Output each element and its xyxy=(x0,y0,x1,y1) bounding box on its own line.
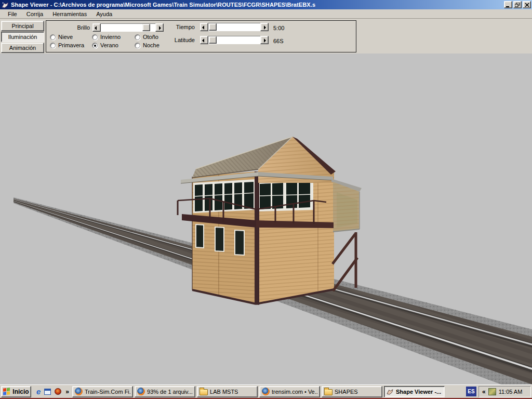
radio-otono[interactable]: Otoño xyxy=(135,34,158,40)
brightness-track[interactable] xyxy=(101,23,155,32)
clock: 11:05 AM xyxy=(499,389,523,395)
task-train-sim[interactable]: Train-Sim.Com Fi... xyxy=(72,386,133,397)
radio-label: Primavera xyxy=(58,42,84,48)
latitude-label: Latitude xyxy=(166,37,195,43)
firefox-icon xyxy=(137,388,145,395)
shape-viewer-icon xyxy=(387,388,394,395)
brightness-right-arrow[interactable] xyxy=(155,23,164,32)
task-shape-viewer[interactable]: Shape Viewer -... xyxy=(384,386,445,397)
quick-launch-overflow-chevron[interactable]: » xyxy=(65,388,69,395)
menu-ayuda[interactable]: Ayuda xyxy=(91,10,117,18)
task-label: Train-Sim.Com Fi... xyxy=(85,389,130,395)
firefox-icon xyxy=(75,388,83,395)
menu-file[interactable]: File xyxy=(3,10,22,18)
radio-label: Otoño xyxy=(143,34,158,40)
menu-corrija[interactable]: Corrija xyxy=(22,10,48,18)
folder-icon xyxy=(324,389,332,395)
tab-principal[interactable]: Principal xyxy=(1,21,44,31)
close-button[interactable] xyxy=(523,1,531,8)
menu-herramientas[interactable]: Herramientas xyxy=(48,10,91,18)
app-icon xyxy=(2,1,9,8)
task-label: Shape Viewer -... xyxy=(396,389,441,395)
start-label: Inicio xyxy=(12,388,29,395)
scene-signal-box xyxy=(0,54,532,384)
latitude-track[interactable] xyxy=(208,36,260,44)
radio-label: Nieve xyxy=(58,34,73,40)
start-button[interactable]: Inicio xyxy=(1,386,31,397)
radio-circle[interactable] xyxy=(50,43,56,48)
task-shapes-folder[interactable]: SHAPES xyxy=(322,386,382,397)
toolbar: Principal Iluminación Animación Brillo N… xyxy=(0,19,532,54)
menu-bar: File Corrija Herramientas Ayuda xyxy=(0,9,532,19)
shape-viewer-window: Shape Viewer - C:\Archivos de programa\M… xyxy=(0,0,532,399)
radio-circle[interactable] xyxy=(50,34,56,40)
task-label: trensim.com • Ve... xyxy=(272,389,317,395)
task-label: SHAPES xyxy=(335,389,358,395)
brightness-slider[interactable] xyxy=(92,23,164,32)
tray-app-icon[interactable] xyxy=(488,388,496,395)
task-label: LAB MSTS xyxy=(210,389,238,395)
brightness-label: Brillo xyxy=(57,24,90,31)
latitude-thumb[interactable] xyxy=(209,36,217,44)
restore-button[interactable] xyxy=(513,1,522,8)
lighting-groupbox: Brillo Nieve Invierno Otoño xyxy=(46,20,356,52)
window-app-icon[interactable] xyxy=(44,389,51,395)
firefox-icon xyxy=(262,388,270,395)
radio-circle[interactable] xyxy=(92,34,98,40)
taskbar: Inicio e » Train-Sim.Com Fi... 93% de 1 … xyxy=(0,384,532,398)
time-label: Tiempo xyxy=(166,24,195,30)
radio-invierno[interactable]: Invierno xyxy=(92,34,121,40)
task-trensim[interactable]: trensim.com • Ve... xyxy=(259,386,320,397)
radio-verano[interactable]: Verano xyxy=(92,42,118,48)
tray-chevron[interactable]: « xyxy=(482,388,486,395)
upper-window-band xyxy=(193,179,313,213)
radio-label: Noche xyxy=(143,42,159,48)
task-lab-msts[interactable]: LAB MSTS xyxy=(197,386,258,397)
brightness-thumb[interactable] xyxy=(142,24,150,31)
radio-circle-selected[interactable] xyxy=(92,43,98,48)
time-slider[interactable] xyxy=(200,23,269,31)
brightness-left-arrow[interactable] xyxy=(92,23,101,32)
radio-noche[interactable]: Noche xyxy=(135,42,159,48)
folder-icon xyxy=(200,389,208,395)
internet-explorer-icon[interactable]: e xyxy=(36,388,41,395)
windows-logo-icon xyxy=(3,388,10,395)
latitude-left-arrow[interactable] xyxy=(200,36,208,44)
red-app-icon[interactable] xyxy=(55,388,61,395)
radio-label: Verano xyxy=(100,42,118,48)
title-bar[interactable]: Shape Viewer - C:\Archivos de programa\M… xyxy=(0,0,532,9)
time-track[interactable] xyxy=(208,23,260,31)
radio-nieve[interactable]: Nieve xyxy=(50,34,73,40)
minimize-button[interactable] xyxy=(504,1,512,8)
time-thumb[interactable] xyxy=(209,23,217,31)
time-right-arrow[interactable] xyxy=(260,23,269,31)
task-buttons: Train-Sim.Com Fi... 93% de 1 arquiv... L… xyxy=(72,386,464,397)
language-indicator[interactable]: ES xyxy=(466,387,476,396)
tab-iluminacion[interactable]: Iluminación xyxy=(1,32,44,42)
radio-primavera[interactable]: Primavera xyxy=(50,42,84,48)
radio-circle[interactable] xyxy=(135,43,140,48)
task-download[interactable]: 93% de 1 arquiv... xyxy=(135,386,195,397)
quick-launch: e xyxy=(31,388,65,395)
viewport-3d[interactable] xyxy=(0,54,532,384)
latitude-right-arrow[interactable] xyxy=(260,36,269,44)
time-left-arrow[interactable] xyxy=(200,23,208,31)
latitude-slider[interactable] xyxy=(200,36,269,44)
latitude-value: 66S xyxy=(273,38,284,44)
time-value: 5:00 xyxy=(273,25,284,31)
radio-label: Invierno xyxy=(100,34,121,40)
corner-post xyxy=(255,171,259,305)
task-label: 93% de 1 arquiv... xyxy=(147,389,193,395)
window-title: Shape Viewer - C:\Archivos de programa\M… xyxy=(11,2,502,8)
tab-animacion[interactable]: Animación xyxy=(1,43,44,53)
system-tray: « 11:05 AM xyxy=(478,386,531,397)
radio-circle[interactable] xyxy=(135,34,140,40)
